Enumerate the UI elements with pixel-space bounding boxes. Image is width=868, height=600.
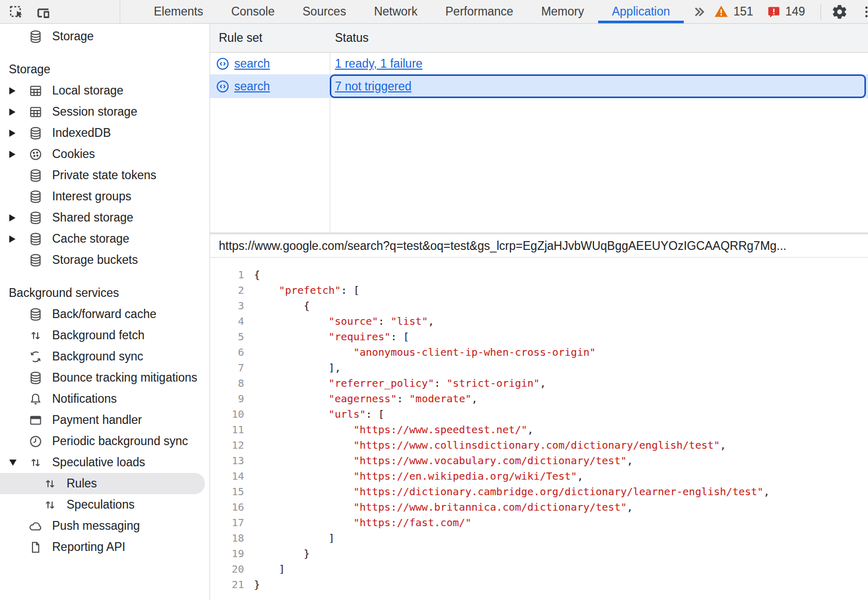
- sidebar-item-label: IndexedDB: [52, 126, 111, 140]
- device-toolbar-icon: [35, 3, 52, 21]
- column-header-status: Status: [330, 31, 368, 45]
- more-tabs-button[interactable]: [684, 0, 714, 23]
- errors-badge[interactable]: 149: [767, 5, 805, 19]
- tab-elements[interactable]: Elements: [140, 0, 217, 23]
- line-number: 7: [210, 360, 244, 375]
- sidebar-item-background-sync[interactable]: Background sync: [0, 346, 210, 367]
- sidebar-item-private-state-tokens[interactable]: Private state tokens: [0, 165, 210, 186]
- code-line: "https://www.collinsdictionary.com/dicti…: [254, 437, 769, 453]
- toolbar-left-group: [0, 0, 120, 23]
- sidebar-item-label: Speculative loads: [52, 455, 145, 469]
- sidebar-item-periodic-background-sync[interactable]: Periodic background sync: [0, 431, 210, 452]
- database-icon: [28, 190, 43, 204]
- line-number: 19: [210, 546, 244, 561]
- sidebar-item-label: Notifications: [52, 392, 117, 406]
- devtools-window: ElementsConsoleSourcesNetworkPerformance…: [0, 0, 868, 600]
- tree-arrow-right-icon[interactable]: [9, 130, 22, 137]
- rule-set-link[interactable]: search: [234, 80, 270, 93]
- rule-set-table-header: Rule set Status: [210, 24, 868, 53]
- sidebar-item-label: Push messaging: [52, 519, 140, 533]
- tree-arrow-right-icon[interactable]: [9, 108, 22, 116]
- code-line: }: [254, 546, 769, 561]
- tree-arrow-right-icon[interactable]: [9, 214, 22, 222]
- tree-arrow-right-icon[interactable]: [9, 151, 22, 158]
- inspect-element-button[interactable]: [3, 0, 30, 23]
- line-number: 2: [210, 282, 244, 298]
- toolbar-right-group: 151 149: [714, 0, 868, 23]
- sidebar-item-cookies[interactable]: Cookies: [0, 144, 210, 165]
- database-icon: [28, 211, 43, 225]
- sidebar-item-cache-storage[interactable]: Cache storage: [0, 228, 210, 249]
- sidebar-item-payment-handler[interactable]: Payment handler: [0, 409, 210, 431]
- updown-icon: [28, 455, 43, 470]
- status-cell-focused[interactable]: 7 not triggered: [330, 74, 866, 98]
- sidebar-item-label: Local storage: [52, 84, 123, 98]
- tab-console[interactable]: Console: [217, 0, 288, 23]
- sidebar-item-background-fetch[interactable]: Background fetch: [0, 325, 210, 346]
- status-link[interactable]: 1 ready, 1 failure: [335, 57, 423, 71]
- rule-set-row[interactable]: search1 ready, 1 failure: [210, 53, 868, 74]
- device-toolbar-button[interactable]: [30, 0, 57, 23]
- code-line: "https://www.britannica.com/dictionary/t…: [254, 499, 769, 515]
- panel-tabs: ElementsConsoleSourcesNetworkPerformance…: [120, 0, 684, 23]
- code-line: "https://www.speedtest.net/",: [254, 422, 769, 437]
- tree-arrow-right-icon[interactable]: [9, 87, 22, 94]
- sidebar-item-label: Shared storage: [52, 211, 133, 225]
- line-number: 18: [210, 530, 244, 546]
- sidebar-item-label: Reporting API: [52, 540, 125, 554]
- warnings-badge[interactable]: 151: [714, 4, 753, 19]
- tab-sources[interactable]: Sources: [288, 0, 360, 23]
- sidebar-item-label: Back/forward cache: [52, 307, 156, 321]
- status-link[interactable]: 7 not triggered: [335, 80, 411, 93]
- tree-arrow-down-icon[interactable]: [9, 460, 22, 466]
- rule-set-row[interactable]: search7 not triggered: [210, 74, 868, 98]
- devtools-body: StorageStorageLocal storageSession stora…: [0, 24, 868, 600]
- sidebar-item-rules[interactable]: Rules: [0, 473, 205, 494]
- tree-arrow-right-icon[interactable]: [9, 235, 22, 243]
- column-header-rule-set: Rule set: [210, 31, 330, 45]
- more-options-button[interactable]: [853, 0, 868, 23]
- line-number-gutter: 123456789101112131415161718192021: [210, 267, 244, 600]
- sidebar-item-interest-groups[interactable]: Interest groups: [0, 186, 210, 207]
- kebab-menu-icon: [859, 5, 868, 19]
- code-line: ],: [254, 360, 769, 375]
- sidebar-item-back-forward-cache[interactable]: Back/forward cache: [0, 304, 210, 325]
- application-sidebar: StorageStorageLocal storageSession stora…: [0, 24, 210, 600]
- line-number: 14: [210, 468, 244, 484]
- code-line: }: [254, 577, 769, 592]
- tab-memory[interactable]: Memory: [527, 0, 598, 23]
- tab-performance[interactable]: Performance: [431, 0, 527, 23]
- tab-application[interactable]: Application: [598, 0, 684, 23]
- sidebar-item-reporting-api[interactable]: Reporting API: [0, 536, 210, 558]
- code-line: "prefetch": [: [254, 282, 769, 298]
- updown-icon: [28, 328, 43, 343]
- sidebar-item-storage-buckets[interactable]: Storage buckets: [0, 249, 210, 271]
- chevron-double-right-icon: [691, 4, 706, 20]
- tab-network[interactable]: Network: [360, 0, 431, 23]
- sidebar-item-push-messaging[interactable]: Push messaging: [0, 515, 210, 536]
- sidebar-item-storage[interactable]: Storage: [0, 26, 210, 47]
- line-number: 10: [210, 406, 244, 422]
- rule-set-cell: search: [210, 53, 330, 74]
- code-line: "https://en.wikipedia.org/wiki/Test",: [254, 468, 769, 484]
- inspect-cursor-icon: [8, 3, 25, 21]
- sidebar-item-speculations[interactable]: Speculations: [0, 494, 210, 515]
- sidebar-item-speculative-loads[interactable]: Speculative loads: [0, 452, 210, 473]
- table-icon: [28, 84, 43, 98]
- sidebar-item-notifications[interactable]: Notifications: [0, 388, 210, 409]
- code-line: ]: [254, 561, 769, 577]
- sidebar-item-session-storage[interactable]: Session storage: [0, 101, 210, 122]
- sidebar-item-label: Storage: [52, 29, 94, 43]
- sidebar-item-indexeddb[interactable]: IndexedDB: [0, 122, 210, 144]
- error-count: 149: [785, 5, 805, 19]
- doc-icon: [28, 540, 43, 555]
- rule-set-cell: search: [210, 74, 330, 98]
- sidebar-item-label: Cache storage: [52, 232, 130, 246]
- sidebar-item-local-storage[interactable]: Local storage: [0, 80, 210, 101]
- sidebar-item-shared-storage[interactable]: Shared storage: [0, 207, 210, 228]
- database-icon: [28, 126, 43, 140]
- settings-button[interactable]: [826, 0, 853, 23]
- status-cell[interactable]: 1 ready, 1 failure: [330, 53, 868, 74]
- rule-set-link[interactable]: search: [234, 57, 270, 71]
- sidebar-item-bounce-tracking-mitigations[interactable]: Bounce tracking mitigations: [0, 367, 210, 388]
